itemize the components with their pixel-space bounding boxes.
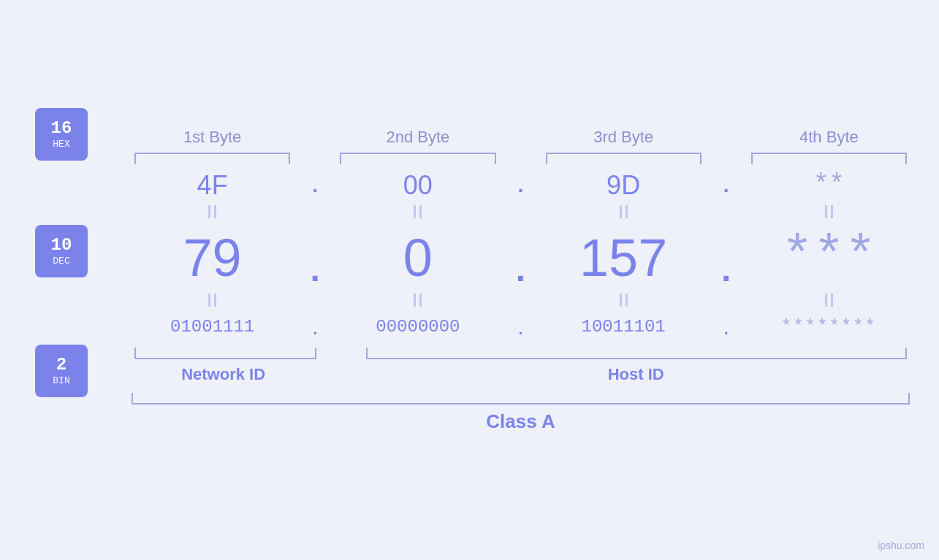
bin-val-3: 10011101 bbox=[543, 317, 704, 337]
bracket-3 bbox=[546, 153, 702, 164]
dec-val-2: 0 bbox=[337, 228, 498, 288]
col-header-1: 1st Byte bbox=[132, 128, 293, 147]
column-headers: 1st Byte 2nd Byte 3rd Byte 4th Byte bbox=[29, 128, 910, 147]
class-section: Class A bbox=[29, 393, 910, 433]
bin-badge-label: BIN bbox=[53, 375, 69, 386]
dot-bin-1: . bbox=[293, 315, 337, 339]
eq-2 bbox=[337, 205, 498, 223]
eq2-2 bbox=[337, 294, 498, 311]
top-brackets bbox=[29, 153, 910, 164]
bin-val-1: 01001111 bbox=[132, 317, 293, 337]
eq2-1 bbox=[132, 294, 293, 311]
dot-bin-2: . bbox=[499, 315, 543, 339]
col-header-4: 4th Byte bbox=[748, 128, 910, 147]
hex-val-2: 00 bbox=[337, 170, 498, 201]
eq-3 bbox=[543, 205, 704, 223]
hex-val-4: ** bbox=[748, 170, 910, 200]
bracket-2 bbox=[340, 153, 495, 164]
dot-bin-3: . bbox=[704, 315, 748, 339]
dot-dec-1: . bbox=[293, 227, 337, 289]
dot-hex-3: . bbox=[704, 174, 748, 197]
host-id-label: Host ID bbox=[362, 365, 910, 384]
bin-val-4: ******** bbox=[748, 317, 910, 337]
dot-dec-3: . bbox=[704, 227, 748, 289]
bottom-brackets bbox=[132, 348, 910, 359]
eq-1 bbox=[132, 205, 293, 223]
bracket-1 bbox=[134, 153, 290, 164]
dec-val-3: 157 bbox=[543, 228, 704, 288]
dot-hex-2: . bbox=[499, 174, 543, 197]
host-bracket bbox=[366, 348, 907, 359]
col-header-3: 3rd Byte bbox=[543, 128, 704, 147]
hex-badge: 16 HEX bbox=[35, 108, 88, 161]
col-header-2: 2nd Byte bbox=[337, 128, 498, 147]
dot-dec-2: . bbox=[499, 227, 543, 289]
hex-val-1: 4F bbox=[132, 170, 293, 201]
bin-row-section: 01001111 . 00000000 . 10011101 . *******… bbox=[29, 312, 910, 342]
hex-badge-label: HEX bbox=[53, 139, 69, 150]
dot-hex-1: . bbox=[293, 174, 337, 197]
class-label-row: Class A bbox=[132, 410, 910, 433]
bin-badge: 2 BIN bbox=[35, 345, 88, 397]
equals-1 bbox=[132, 205, 910, 223]
dec-row-section: 79 . 0 . 157 . *** bbox=[29, 224, 910, 292]
dec-values-row: 79 . 0 . 157 . *** bbox=[132, 227, 910, 289]
dec-val-1: 79 bbox=[132, 228, 293, 288]
eq2-3 bbox=[543, 294, 704, 311]
network-bracket bbox=[134, 348, 316, 359]
equals-2 bbox=[132, 294, 910, 311]
id-labels: Network ID Host ID bbox=[132, 365, 910, 384]
hex-val-3: 9D bbox=[543, 170, 704, 201]
class-label: Class A bbox=[486, 410, 555, 432]
eq2-4 bbox=[748, 294, 910, 311]
equals-row-2 bbox=[29, 292, 910, 312]
bracket-4 bbox=[751, 153, 907, 164]
main-container: 16 HEX 10 DEC 2 BIN 1st Byte 2nd Byte 3r… bbox=[0, 0, 939, 560]
dec-val-4: *** bbox=[748, 228, 910, 288]
hex-row-section: 4F . 00 . 9D . ** bbox=[29, 167, 910, 204]
bottom-section: Network ID Host ID bbox=[29, 348, 910, 384]
bin-values-row: 01001111 . 00000000 . 10011101 . *******… bbox=[132, 315, 910, 339]
bin-val-2: 00000000 bbox=[337, 317, 498, 337]
watermark: ipshu.com bbox=[878, 540, 924, 551]
bin-badge-number: 2 bbox=[56, 356, 66, 375]
hex-badge-number: 16 bbox=[51, 119, 72, 138]
class-bracket bbox=[132, 393, 910, 404]
hex-values-row: 4F . 00 . 9D . ** bbox=[132, 170, 910, 201]
eq-4 bbox=[748, 205, 910, 223]
equals-row-1 bbox=[29, 204, 910, 224]
network-id-label: Network ID bbox=[132, 365, 315, 384]
